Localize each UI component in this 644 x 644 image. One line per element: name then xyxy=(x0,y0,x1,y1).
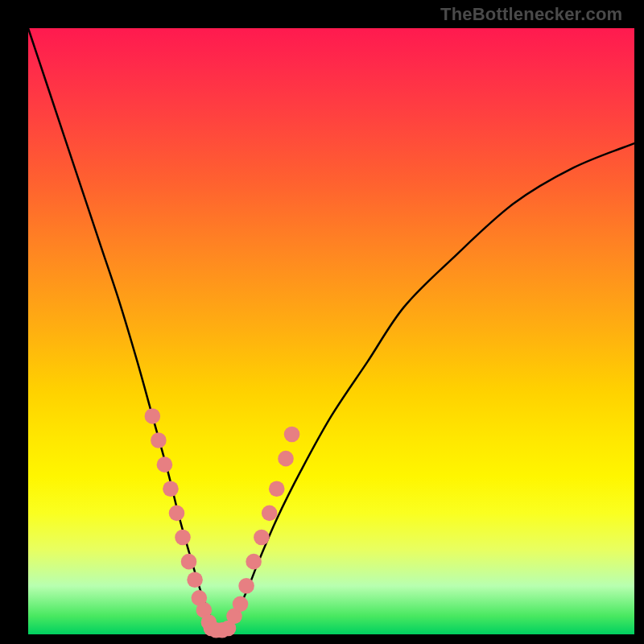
data-marker xyxy=(181,554,197,570)
data-marker xyxy=(238,578,254,594)
data-marker xyxy=(163,481,179,497)
data-marker xyxy=(145,408,161,424)
data-marker xyxy=(157,456,173,473)
chart-svg xyxy=(0,0,644,644)
data-marker xyxy=(187,572,203,588)
data-marker xyxy=(278,451,294,467)
data-marker xyxy=(262,506,278,522)
data-marker xyxy=(169,506,185,522)
chart-frame: TheBottlenecker.com xyxy=(0,0,644,644)
data-marker xyxy=(175,530,191,546)
bottleneck-curve xyxy=(28,28,634,630)
data-marker xyxy=(254,530,270,546)
data-marker xyxy=(233,597,249,613)
data-marker xyxy=(246,554,262,570)
data-marker xyxy=(284,427,300,443)
data-marker xyxy=(269,481,285,497)
data-marker xyxy=(151,432,167,448)
